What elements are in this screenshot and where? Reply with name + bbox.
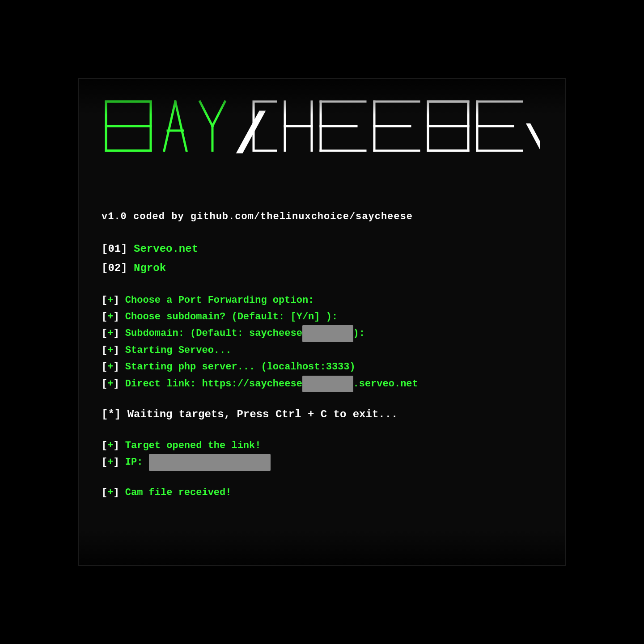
svg-line-5 — [175, 102, 186, 151]
svg-text:/: / — [233, 105, 268, 170]
svg-line-4 — [164, 102, 175, 151]
waiting-text: Waiting targets, Press Ctrl + C to exit.… — [127, 408, 398, 420]
waiting-line: [*] Waiting targets, Press Ctrl + C to e… — [102, 406, 542, 424]
prompt-subdomain: [+] Choose subdomain? (Default: [Y/n] ): — [102, 309, 542, 325]
prompt-text-3: Starting Serveo... — [125, 345, 232, 356]
prompt-text-5: Direct link: https://saycheese .serveo.n… — [125, 378, 418, 390]
ip-line: [+] IP: — [102, 454, 542, 470]
svg-line-7 — [200, 102, 212, 126]
ip-text: IP: — [125, 457, 149, 468]
menu-label-02: Ngrok — [134, 262, 166, 274]
cam-file-line: [+] Cam file received! — [102, 484, 542, 501]
menu-bracket-02: [02] — [102, 262, 134, 274]
redacted-url — [302, 376, 353, 392]
cam-text: Cam file received! — [125, 487, 232, 498]
terminal-content: [01] Serveo.net [02] Ngrok [+] Choose a … — [102, 240, 542, 501]
prompt-text-0: Choose a Port Forwarding option: — [125, 295, 314, 306]
menu-bracket-01: [01] — [102, 243, 134, 255]
prompt-text-2: Subdomain: (Default: saycheese ): — [125, 328, 365, 339]
svg-text:\: \ — [524, 119, 540, 165]
prompt-text-4: Starting php server... (localhost:3333) — [125, 361, 356, 373]
prompt-port-forwarding: [+] Choose a Port Forwarding option: — [102, 292, 542, 309]
svg-line-8 — [212, 102, 225, 126]
prompt-text-1: Choose subdomain? (Default: [Y/n] ): — [125, 311, 338, 322]
target-opened: [+] Target opened the link! — [102, 437, 542, 454]
version-line: v1.0 coded by github.com/thelinuxchoice/… — [102, 211, 542, 222]
prompt-starting-serveo: [+] Starting Serveo... — [102, 342, 542, 359]
redacted-subdomain — [302, 325, 353, 342]
prompt-direct-link: [+] Direct link: https://saycheese .serv… — [102, 376, 542, 392]
prompt-starting-php: [+] Starting php server... (localhost:33… — [102, 359, 542, 375]
menu-item-01: [01] Serveo.net — [102, 240, 542, 258]
version-text: v1.0 coded by github.com/thelinuxchoice/… — [102, 211, 413, 222]
menu-item-02: [02] Ngrok — [102, 259, 542, 278]
redacted-ip — [149, 454, 271, 470]
terminal-window: / — [78, 78, 566, 566]
logo-container: / — [102, 97, 542, 207]
target-opened-text: Target opened the link! — [125, 440, 261, 451]
prompt-subdomain-value: [+] Subdomain: (Default: saycheese ): — [102, 325, 542, 342]
menu-label-01: Serveo.net — [134, 243, 198, 255]
